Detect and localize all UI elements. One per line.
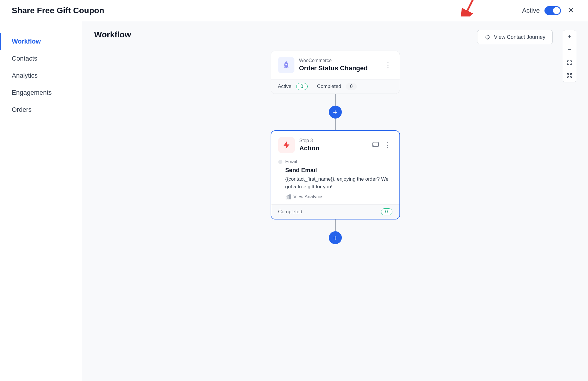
action-completed-label: Completed bbox=[278, 209, 302, 215]
connector-line-1 bbox=[335, 94, 336, 106]
journey-icon bbox=[484, 34, 491, 40]
trigger-completed-count: 0 bbox=[346, 83, 357, 90]
lightning-icon bbox=[282, 141, 291, 149]
add-step-button-2[interactable]: + bbox=[329, 231, 342, 244]
page-title: Share Free Gift Coupon bbox=[12, 6, 104, 15]
view-contact-journey-button[interactable]: View Contact Journey bbox=[477, 30, 553, 44]
action-info: Step 3 Action bbox=[299, 138, 367, 152]
trigger-card-header: WooCommerce Order Status Changed ⋮ bbox=[271, 51, 400, 79]
trigger-active-count: 0 bbox=[296, 83, 308, 90]
rocket-icon bbox=[281, 60, 291, 70]
action-more-button[interactable]: ⋮ bbox=[383, 140, 392, 150]
header-actions: Active ✕ bbox=[517, 5, 576, 16]
trigger-info: WooCommerce Order Status Changed bbox=[299, 58, 379, 72]
action-body: Email Send Email {{contact_first_name}},… bbox=[271, 159, 399, 204]
sidebar-item-analytics[interactable]: Analytics bbox=[0, 67, 82, 84]
analytics-icon bbox=[285, 194, 291, 200]
svg-point-3 bbox=[489, 36, 490, 38]
email-preview: {{contact_first_name}}, enjoying the ord… bbox=[278, 175, 392, 190]
svg-rect-6 bbox=[286, 197, 287, 199]
trigger-icon-box bbox=[278, 57, 294, 73]
trigger-card[interactable]: WooCommerce Order Status Changed ⋮ Activ… bbox=[271, 51, 400, 94]
action-card-footer: Completed 0 bbox=[271, 204, 399, 219]
sidebar-item-orders[interactable]: Orders bbox=[0, 101, 82, 118]
action-card-header: Step 3 Action ⋮ bbox=[271, 131, 399, 159]
action-icon-box bbox=[278, 137, 295, 153]
chat-icon[interactable] bbox=[372, 141, 379, 149]
red-arrow-annotation bbox=[459, 0, 494, 16]
email-dot bbox=[278, 160, 282, 164]
svg-point-4 bbox=[285, 64, 287, 65]
connector-line-2 bbox=[335, 119, 336, 130]
workflow-canvas: WooCommerce Order Status Changed ⋮ Activ… bbox=[82, 51, 588, 381]
sidebar-item-contacts[interactable]: Contacts bbox=[0, 50, 82, 67]
trigger-more-button[interactable]: ⋮ bbox=[383, 60, 393, 70]
action-step: Step 3 bbox=[299, 138, 367, 143]
email-label: Email bbox=[285, 159, 297, 164]
add-step-button-1[interactable]: + bbox=[329, 106, 342, 119]
trigger-active-label: Active bbox=[278, 84, 291, 89]
view-analytics-button[interactable]: View Analytics bbox=[278, 194, 392, 200]
content-title: Workflow bbox=[94, 30, 131, 39]
svg-point-2 bbox=[485, 36, 487, 38]
svg-rect-8 bbox=[289, 195, 290, 199]
action-header-icons: ⋮ bbox=[372, 140, 392, 150]
sidebar-item-workflow[interactable]: Workflow bbox=[0, 33, 82, 50]
action-title: Action bbox=[299, 144, 367, 152]
content-area: Workflow View Contact Journey + − bbox=[82, 21, 588, 381]
connector-line-3 bbox=[335, 219, 336, 231]
sidebar: Workflow Contacts Analytics Engagements … bbox=[0, 21, 82, 381]
email-row: Email bbox=[278, 159, 392, 164]
svg-line-1 bbox=[467, 0, 482, 11]
trigger-subtitle: WooCommerce bbox=[299, 58, 379, 63]
close-button[interactable]: ✕ bbox=[566, 5, 576, 16]
active-label: Active bbox=[522, 7, 540, 14]
sidebar-item-engagements[interactable]: Engagements bbox=[0, 84, 82, 101]
trigger-title: Order Status Changed bbox=[299, 64, 379, 72]
trigger-completed-label: Completed bbox=[317, 84, 341, 89]
action-completed-count: 0 bbox=[381, 208, 392, 215]
trigger-card-footer: Active 0 Completed 0 bbox=[271, 79, 400, 94]
zoom-in-button[interactable]: + bbox=[563, 30, 576, 43]
main-layout: Workflow Contacts Analytics Engagements … bbox=[0, 21, 588, 381]
action-card[interactable]: Step 3 Action ⋮ Emai bbox=[271, 130, 400, 219]
svg-rect-7 bbox=[288, 196, 289, 199]
email-name: Send Email bbox=[278, 167, 392, 174]
active-toggle[interactable] bbox=[544, 6, 561, 15]
header: Share Free Gift Coupon Active ✕ bbox=[0, 0, 588, 21]
